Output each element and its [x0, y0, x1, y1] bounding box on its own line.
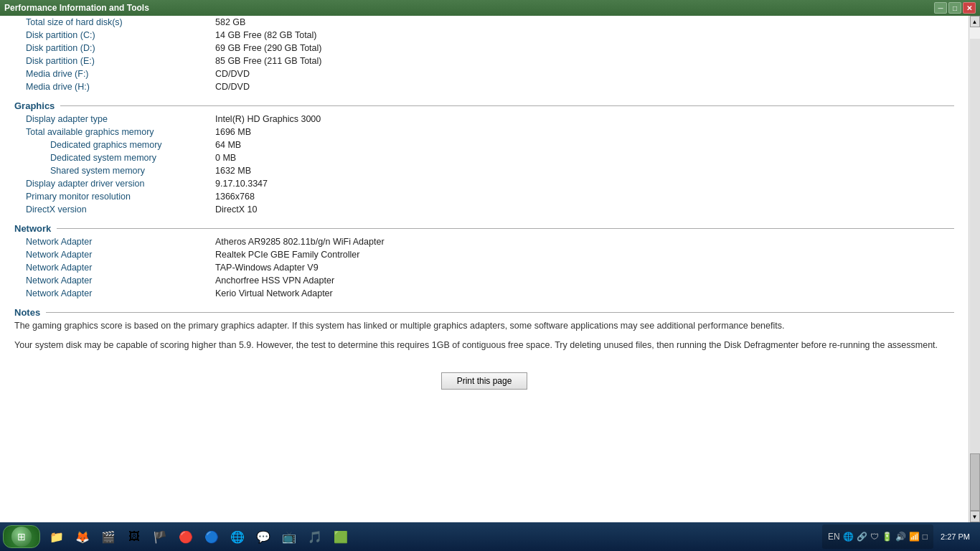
content-area: Total size of hard disk(s)582 GBDisk par…: [0, 16, 969, 522]
row-label: Primary monitor resolution: [14, 192, 215, 202]
row-label: Network Adapter: [14, 237, 215, 247]
row-label: Dedicated system memory: [14, 153, 215, 163]
row-value: Realtek PCIe GBE Family Controller: [215, 250, 359, 260]
minimize-button[interactable]: ─: [934, 2, 947, 14]
row-label: Network Adapter: [14, 288, 215, 298]
start-button[interactable]: ⊞: [3, 525, 40, 548]
row-value: DirectX 10: [215, 204, 257, 215]
taskbar-icon-app1[interactable]: 🏴: [148, 525, 172, 548]
row-value: TAP-Windows Adapter V9: [215, 263, 319, 273]
start-orb: ⊞: [11, 527, 32, 547]
clock[interactable]: 2:27 PM: [938, 532, 973, 542]
taskbar-icon-photoshop[interactable]: 🖼: [122, 525, 146, 548]
row-label: Disk partition (C:): [14, 30, 215, 40]
window-controls: ─ □ ✕: [934, 2, 976, 14]
row-value: CD/DVD: [215, 69, 250, 79]
row-value: Intel(R) HD Graphics 3000: [215, 114, 321, 124]
graphics-section: Graphics Display adapter typeIntel(R) HD…: [14, 100, 954, 216]
network-tray-icon[interactable]: 🌐: [843, 532, 854, 542]
action-center-icon[interactable]: □: [923, 532, 928, 542]
security-tray-icon[interactable]: 🛡: [870, 532, 879, 542]
notes-section: Notes The gaming graphics score is based…: [14, 307, 954, 352]
notes-paragraph: Your system disk may be capable of scori…: [14, 339, 954, 352]
row-label: Display adapter type: [14, 114, 215, 124]
window-title: Performance Information and Tools: [4, 3, 149, 13]
graphics-row: Primary monitor resolution1366x768: [14, 190, 954, 203]
title-bar: Performance Information and Tools ─ □ ✕: [0, 0, 980, 16]
row-value: Kerio Virtual Network Adapter: [215, 288, 333, 298]
storage-row: Media drive (F:)CD/DVD: [14, 67, 954, 80]
graphics-row: Display adapter typeIntel(R) HD Graphics…: [14, 113, 954, 126]
network-tray-icon2[interactable]: 🔗: [857, 532, 867, 542]
taskbar-icon-folder[interactable]: 📁: [44, 525, 69, 548]
taskbar-icon-aftereffects[interactable]: 🎬: [96, 525, 121, 548]
clock-time: 2:27 PM: [941, 532, 970, 542]
row-label: Shared system memory: [14, 166, 215, 176]
storage-section: Total size of hard disk(s)582 GBDisk par…: [14, 16, 954, 93]
network-tray-icon3[interactable]: 📶: [909, 532, 920, 542]
network-row: Network AdapterAtheros AR9285 802.11b/g/…: [14, 235, 954, 248]
row-value: 9.17.10.3347: [215, 179, 268, 189]
language-indicator: EN: [828, 532, 840, 542]
network-row: Network AdapterKerio Virtual Network Ada…: [14, 287, 954, 300]
row-label: Disk partition (E:): [14, 56, 215, 66]
taskbar-icon-mail[interactable]: 💬: [251, 525, 275, 548]
notes-paragraph: The gaming graphics score is based on th…: [14, 319, 954, 333]
scrollbar[interactable]: ▲ ▼: [969, 16, 980, 522]
graphics-row: Dedicated system memory0 MB: [14, 151, 954, 164]
network-section: Network Network AdapterAtheros AR9285 80…: [14, 223, 954, 300]
row-value: 64 MB: [215, 140, 241, 150]
scrollbar-thumb[interactable]: [970, 453, 980, 511]
scrollbar-down-button[interactable]: ▼: [970, 511, 980, 522]
row-label: Network Adapter: [14, 276, 215, 286]
taskbar-icon-firefox[interactable]: 🦊: [70, 525, 95, 548]
graphics-row: Display adapter driver version9.17.10.33…: [14, 177, 954, 190]
taskbar-icon-app2[interactable]: 🟩: [329, 525, 353, 548]
storage-row: Total size of hard disk(s)582 GB: [14, 16, 954, 29]
row-value: 582 GB: [215, 17, 245, 27]
network-row: Network AdapterAnchorfree HSS VPN Adapte…: [14, 274, 954, 287]
row-label: Total available graphics memory: [14, 127, 215, 137]
scrollbar-track: [970, 39, 980, 522]
taskbar-icons: 📁 🦊 🎬 🖼 🏴 🔴 🔵 🌐 💬 📺 🎵 🟩: [44, 525, 353, 548]
row-value: 69 GB Free (290 GB Total): [215, 43, 321, 53]
row-label: Total size of hard disk(s): [14, 17, 215, 27]
scrollbar-up-button[interactable]: ▲: [970, 16, 980, 27]
graphics-section-header: Graphics: [14, 100, 954, 111]
system-tray: EN 🌐 🔗 🛡 🔋 🔊 📶 □: [822, 524, 933, 549]
taskbar-icon-skype[interactable]: 🔵: [199, 525, 224, 548]
taskbar-icon-antivirus[interactable]: 🔴: [174, 525, 198, 548]
row-label: Disk partition (D:): [14, 43, 215, 53]
maximize-button[interactable]: □: [948, 2, 961, 14]
row-label: DirectX version: [14, 204, 215, 215]
battery-tray-icon[interactable]: 🔋: [882, 532, 892, 542]
network-section-header: Network: [14, 223, 954, 234]
row-value: Atheros AR9285 802.11b/g/n WiFi Adapter: [215, 237, 385, 247]
storage-row: Disk partition (D:)69 GB Free (290 GB To…: [14, 42, 954, 55]
window-body: ▲ ▼ Total size of hard disk(s)582 GBDisk…: [0, 16, 980, 522]
network-row: Network AdapterRealtek PCIe GBE Family C…: [14, 248, 954, 261]
close-button[interactable]: ✕: [963, 2, 976, 14]
row-value: 1632 MB: [215, 166, 251, 176]
print-button[interactable]: Print this page: [441, 372, 527, 390]
taskbar: ⊞ 📁 🦊 🎬 🖼 🏴 🔴 🔵 🌐 💬 📺 🎵 🟩 EN 🌐 🔗 🛡 🔋 🔊 📶…: [0, 522, 980, 551]
taskbar-icon-browser[interactable]: 🌐: [225, 525, 250, 548]
row-label: Media drive (F:): [14, 69, 215, 79]
storage-row: Disk partition (C:)14 GB Free (82 GB Tot…: [14, 29, 954, 42]
graphics-row: Total available graphics memory1696 MB: [14, 126, 954, 138]
row-label: Display adapter driver version: [14, 179, 215, 189]
row-label: Dedicated graphics memory: [14, 140, 215, 150]
graphics-row: Dedicated graphics memory64 MB: [14, 138, 954, 151]
print-button-area: Print this page: [14, 358, 954, 397]
network-row: Network AdapterTAP-Windows Adapter V9: [14, 261, 954, 274]
storage-row: Media drive (H:)CD/DVD: [14, 80, 954, 93]
volume-tray-icon[interactable]: 🔊: [895, 532, 906, 542]
row-label: Network Adapter: [14, 263, 215, 273]
taskbar-icon-media[interactable]: 📺: [277, 525, 301, 548]
row-value: 0 MB: [215, 153, 236, 163]
row-value: 1696 MB: [215, 127, 251, 137]
taskbar-icon-music[interactable]: 🎵: [303, 525, 327, 548]
taskbar-right: EN 🌐 🔗 🛡 🔋 🔊 📶 □ 2:27 PM: [818, 524, 977, 549]
row-label: Network Adapter: [14, 250, 215, 260]
graphics-row: DirectX versionDirectX 10: [14, 203, 954, 216]
